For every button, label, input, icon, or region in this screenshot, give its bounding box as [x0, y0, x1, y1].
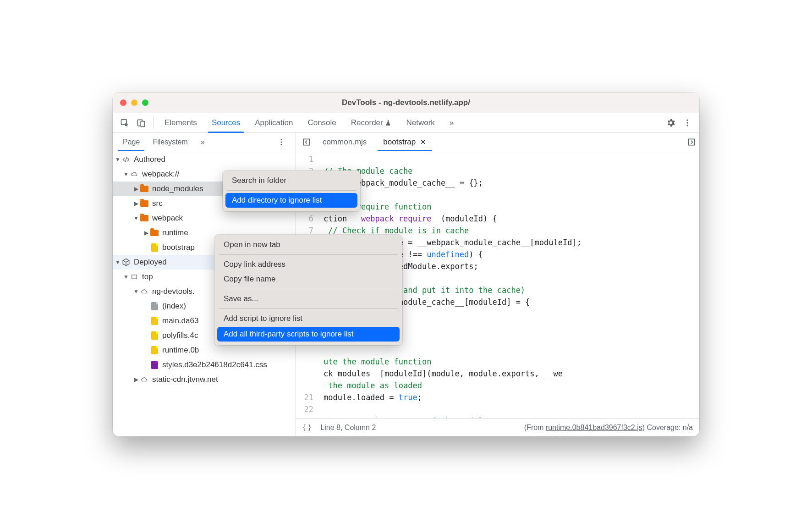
svg-point-8 — [281, 143, 282, 145]
tab-sources[interactable]: Sources — [204, 113, 247, 132]
file-icon — [149, 360, 159, 370]
device-toolbar-icon[interactable] — [133, 113, 149, 132]
tree-item-webpack-folder[interactable]: ▼ webpack — [113, 211, 296, 226]
svg-line-9 — [126, 157, 127, 162]
kebab-menu-icon[interactable] — [679, 113, 696, 132]
pretty-print-icon[interactable]: { } — [302, 424, 311, 432]
svg-rect-12 — [688, 139, 694, 145]
tree-label: Deployed — [134, 258, 167, 267]
menu-item-copy-filename[interactable]: Copy file name — [214, 272, 402, 287]
folder-icon — [139, 198, 149, 209]
menu-item-add-all-3p-ignore[interactable]: Add all third-party scripts to ignore li… — [217, 327, 400, 342]
navigator-kebab-icon[interactable] — [271, 133, 292, 151]
tab-recorder[interactable]: Recorder — [344, 113, 399, 132]
flask-icon — [385, 119, 391, 127]
inspect-element-icon[interactable] — [116, 113, 133, 132]
cloud-icon — [139, 375, 149, 385]
tree-label: node_modules — [152, 184, 203, 193]
menu-item-add-script-ignore[interactable]: Add script to ignore list — [214, 311, 402, 326]
editor-tabs: common.mjs bootstrap ✕ — [296, 133, 699, 151]
tab-network[interactable]: Network — [399, 113, 442, 132]
sources-body: Page Filesystem » ▼ Authored ▼ webpack:/… — [113, 133, 699, 436]
source-origin: (From runtime.0b841bad3967f3c2.js) Cover… — [524, 424, 693, 432]
close-icon[interactable]: ✕ — [420, 138, 426, 146]
tab-elements[interactable]: Elements — [157, 113, 204, 132]
tree-label: runtime.0b — [162, 346, 199, 355]
file-icon — [149, 301, 159, 311]
tree-label: runtime — [162, 228, 188, 237]
tree-label: webpack — [152, 214, 183, 223]
folder-icon — [139, 213, 149, 223]
code-icon — [121, 154, 131, 165]
svg-rect-11 — [303, 139, 309, 145]
svg-point-7 — [281, 141, 282, 143]
tree-label: src — [152, 199, 163, 208]
devtools-main-tabs: Elements Sources Application Console Rec… — [113, 113, 699, 133]
frame-icon — [129, 272, 139, 282]
cloud-icon — [139, 287, 149, 297]
tree-label: main.da63 — [162, 316, 198, 325]
editor-history-back-icon[interactable] — [299, 133, 314, 151]
tree-label: styles.d3e2b24618d2c641.css — [162, 360, 267, 369]
svg-point-5 — [686, 125, 688, 126]
svg-point-6 — [281, 139, 282, 140]
source-link[interactable]: runtime.0b841bad3967f3c2.js — [546, 424, 642, 431]
menu-item-open-new-tab[interactable]: Open in new tab — [214, 237, 402, 252]
menu-item-save-as[interactable]: Save as... — [214, 292, 402, 306]
svg-point-4 — [686, 122, 688, 123]
tabs-overflow[interactable]: » — [442, 113, 461, 132]
file-icon — [149, 316, 159, 326]
file-icon — [149, 345, 159, 355]
folder-icon — [149, 228, 159, 238]
tree-label: polyfills.4c — [162, 331, 198, 340]
menu-item-search-folder[interactable]: Search in folder — [223, 173, 360, 188]
editor-statusbar: { } Line 8, Column 2 (From runtime.0b841… — [296, 418, 699, 436]
menu-item-add-dir-ignore[interactable]: Add directory to ignore list — [225, 193, 357, 208]
navigator-tabs: Page Filesystem » — [113, 133, 296, 151]
devtools-window: DevTools - ng-devtools.netlify.app/ Elem… — [113, 93, 699, 436]
editor-tab-common[interactable]: common.mjs — [314, 133, 375, 151]
tree-label: (index) — [162, 302, 186, 311]
window-title: DevTools - ng-devtools.netlify.app/ — [113, 98, 699, 107]
tree-label: Authored — [134, 155, 165, 164]
tree-label: webpack:// — [142, 170, 179, 179]
file-icon — [149, 331, 159, 341]
tab-console[interactable]: Console — [300, 113, 343, 132]
context-menu-file: Open in new tab Copy link address Copy f… — [214, 235, 402, 345]
svg-rect-2 — [141, 121, 144, 127]
editor-tab-bootstrap[interactable]: bootstrap ✕ — [375, 133, 434, 151]
folder-icon — [139, 184, 149, 194]
navtab-overflow[interactable]: » — [194, 133, 211, 151]
titlebar: DevTools - ng-devtools.netlify.app/ — [113, 93, 699, 113]
settings-gear-icon[interactable] — [663, 113, 679, 132]
tree-label: top — [142, 272, 153, 281]
cloud-icon — [129, 169, 139, 179]
tree-label: bootstrap — [162, 243, 195, 252]
svg-point-3 — [686, 119, 688, 121]
tree-label: ng-devtools. — [152, 287, 195, 296]
navtab-filesystem[interactable]: Filesystem — [146, 133, 194, 151]
context-menu-folder: Search in folder Add directory to ignore… — [223, 171, 360, 211]
deployed-icon — [121, 257, 131, 267]
tree-item-static-cdn[interactable]: ▶ static-cdn.jtvnw.net — [113, 372, 296, 387]
tree-group-authored[interactable]: ▼ Authored — [113, 152, 296, 167]
file-icon — [149, 242, 159, 253]
menu-item-copy-link[interactable]: Copy link address — [214, 257, 402, 272]
tree-file-styles[interactable]: styles.d3e2b24618d2c641.css — [113, 358, 296, 372]
tree-label: static-cdn.jtvnw.net — [152, 375, 218, 384]
cursor-position: Line 8, Column 2 — [320, 424, 376, 432]
editor-history-fwd-icon[interactable] — [684, 133, 699, 151]
tab-application[interactable]: Application — [247, 113, 300, 132]
svg-rect-10 — [132, 275, 137, 279]
navtab-page[interactable]: Page — [116, 133, 146, 151]
